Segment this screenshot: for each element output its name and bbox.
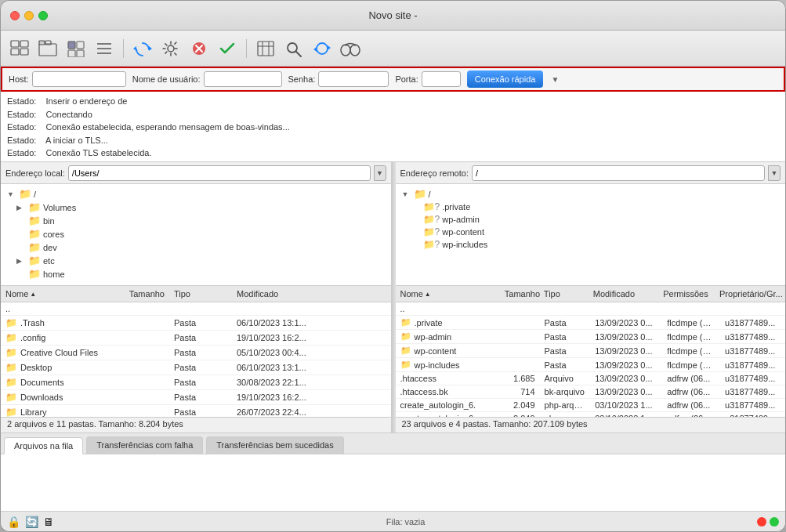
tree-item-etc[interactable]: ▶ 📁 etc bbox=[1, 254, 391, 267]
tree-item-cores[interactable]: 📁 cores bbox=[1, 227, 391, 241]
confirm-icon[interactable] bbox=[215, 36, 240, 61]
local-address-input[interactable] bbox=[68, 165, 371, 181]
tree-item-bin[interactable]: 📁 bin bbox=[1, 214, 391, 227]
file-owner: u31877489... bbox=[720, 373, 785, 384]
traffic-lights bbox=[10, 11, 48, 20]
bottom-status-bar: 🔒 🔄 🖥 Fila: vazia bbox=[1, 511, 785, 531]
quickconnect-button[interactable]: Conexão rápida bbox=[467, 71, 544, 88]
file-perms: adfrw (06... bbox=[662, 400, 720, 411]
local-file-row[interactable]: 📁Documents Pasta 30/08/2023 22:1... bbox=[1, 375, 391, 390]
local-file-row[interactable]: 📁Downloads Pasta 19/10/2023 16:2... bbox=[1, 390, 391, 405]
col-header-modified[interactable]: Modificado bbox=[232, 288, 326, 300]
search-icon[interactable] bbox=[281, 36, 306, 61]
log-line-3: Estado: Conexão estabelecida, esperando … bbox=[7, 121, 779, 134]
close-button[interactable] bbox=[10, 11, 20, 20]
cancel-transfer-icon[interactable] bbox=[187, 36, 212, 61]
sort-arrow-icon: ▲ bbox=[30, 291, 36, 298]
remote-file-row[interactable]: .htaccess 1.685 Arquivo 13/09/2023 0... … bbox=[396, 372, 786, 385]
file-type: bk-arquivo bbox=[540, 386, 591, 397]
queue-content bbox=[1, 454, 785, 511]
tab-failed[interactable]: Transferências com falha bbox=[86, 436, 203, 454]
remote-address-input[interactable] bbox=[472, 165, 765, 181]
file-name: 📁.config bbox=[1, 331, 122, 344]
remote-file-row[interactable]: 📁wp-content Pasta 13/09/2023 0... flcdmp… bbox=[396, 344, 786, 358]
minimize-button[interactable] bbox=[24, 11, 34, 20]
quickconnect-dropdown-icon[interactable]: ▼ bbox=[549, 75, 560, 84]
remote-tree-item-wpcontent[interactable]: 📁? wp-content bbox=[396, 226, 786, 238]
remote-file-row[interactable]: 📁.private Pasta 13/09/2023 0... flcdmpe … bbox=[396, 316, 786, 330]
view-icon[interactable] bbox=[63, 36, 89, 61]
remote-file-row[interactable]: 📁wp-includes Pasta 13/09/2023 0... flcdm… bbox=[396, 358, 786, 372]
local-file-row[interactable]: 📁Library Pasta 26/07/2023 22:4... bbox=[1, 405, 391, 417]
col-header-owner[interactable]: Proprietário/Gr... bbox=[715, 288, 785, 300]
user-input[interactable] bbox=[204, 71, 282, 87]
pass-input[interactable] bbox=[318, 71, 389, 87]
file-type: Pasta bbox=[169, 392, 232, 403]
remote-tree-item-private[interactable]: 📁? .private bbox=[396, 201, 786, 213]
svg-rect-2 bbox=[11, 49, 19, 55]
question-folder-icon: 📁? bbox=[423, 201, 440, 212]
tab-queue[interactable]: Arquivos na fila bbox=[4, 437, 83, 454]
folder-icon: 📁 bbox=[28, 201, 41, 213]
tree-item-root[interactable]: ▼ 📁 / bbox=[1, 187, 391, 201]
svg-line-25 bbox=[296, 51, 302, 56]
col-header-name[interactable]: Nome ▲ bbox=[396, 288, 500, 300]
col-header-size[interactable]: Tamanho bbox=[500, 288, 539, 300]
tree-label: etc bbox=[43, 256, 55, 266]
reload-icon[interactable] bbox=[310, 36, 335, 61]
queue-icon[interactable] bbox=[92, 36, 117, 61]
site-manager-icon[interactable] bbox=[7, 36, 32, 61]
port-input[interactable] bbox=[422, 71, 461, 87]
file-perms bbox=[662, 308, 720, 309]
local-file-row[interactable]: 📁Desktop Pasta 06/10/2023 13:1... bbox=[1, 360, 391, 375]
remote-file-row[interactable]: 📁wp-admin Pasta 13/09/2023 0... flcdmpe … bbox=[396, 330, 786, 344]
remote-address-dropdown[interactable]: ▼ bbox=[768, 165, 781, 181]
col-header-type[interactable]: Tipo bbox=[169, 288, 232, 300]
tree-item-volumes[interactable]: ▶ 📁 Volumes bbox=[1, 201, 391, 214]
remote-file-row[interactable]: create_autologin_6. 2.049 php-arqu... 03… bbox=[396, 399, 786, 412]
col-header-name[interactable]: Nome ▲ bbox=[1, 288, 122, 300]
tab-success[interactable]: Transferências bem sucedidas bbox=[206, 436, 343, 454]
tree-label: / bbox=[34, 190, 36, 199]
error-indicator bbox=[757, 517, 766, 527]
remote-panel: Endereço remoto: ▼ ▼ 📁 / 📁? .private bbox=[396, 162, 786, 432]
file-type: Pasta bbox=[169, 377, 232, 388]
file-perms: flcdmpe (… bbox=[662, 331, 720, 342]
local-address-bar: Endereço local: ▼ bbox=[1, 162, 391, 184]
host-input[interactable] bbox=[32, 71, 126, 87]
local-file-row[interactable]: 📁Creative Cloud Files Pasta 05/10/2023 0… bbox=[1, 346, 391, 360]
settings-icon[interactable] bbox=[158, 36, 183, 61]
columns-icon[interactable] bbox=[253, 36, 278, 61]
tree-item-home[interactable]: 📁 home bbox=[1, 267, 391, 280]
file-size: 2.049 bbox=[503, 400, 540, 411]
tree-item-dev[interactable]: 📁 dev bbox=[1, 241, 391, 254]
tree-toggle: ▼ bbox=[402, 190, 411, 198]
file-type bbox=[169, 308, 232, 309]
local-address-dropdown[interactable]: ▼ bbox=[374, 165, 386, 181]
local-file-row[interactable]: .. bbox=[1, 302, 391, 316]
file-name: 📁Downloads bbox=[1, 391, 122, 404]
folder-icon: 📁 bbox=[28, 228, 41, 240]
remote-file-row[interactable]: .htaccess.bk 714 bk-arquivo 13/09/2023 0… bbox=[396, 385, 786, 399]
file-type: php-arqu... bbox=[540, 400, 591, 411]
svg-rect-3 bbox=[20, 49, 28, 55]
file-name: 📁wp-includes bbox=[396, 359, 503, 371]
server-tabs-icon[interactable] bbox=[35, 36, 60, 61]
local-file-row[interactable]: 📁.Trash Pasta 06/10/2023 13:1... bbox=[1, 316, 391, 331]
remote-file-row[interactable]: .. bbox=[396, 302, 786, 316]
maximize-button[interactable] bbox=[38, 11, 48, 20]
refresh-icon[interactable] bbox=[130, 36, 155, 61]
col-header-modified[interactable]: Modificado bbox=[589, 288, 658, 300]
col-header-type[interactable]: Tipo bbox=[539, 288, 589, 300]
tree-label: / bbox=[429, 190, 431, 199]
local-file-row[interactable]: 📁.config Pasta 19/10/2023 16:2... bbox=[1, 331, 391, 346]
remote-tree-item-root[interactable]: ▼ 📁 / bbox=[396, 187, 786, 201]
col-header-size[interactable]: Tamanho bbox=[122, 288, 169, 300]
binoculars-icon[interactable] bbox=[338, 36, 363, 61]
success-indicator bbox=[770, 517, 779, 527]
remote-tree-item-wpincludes[interactable]: 📁? wp-includes bbox=[396, 238, 786, 251]
col-header-perms[interactable]: Permissões bbox=[658, 288, 715, 300]
tree-toggle: ▶ bbox=[16, 257, 26, 265]
file-name: 📁wp-content bbox=[396, 345, 503, 356]
remote-tree-item-wpadmin[interactable]: 📁? wp-admin bbox=[396, 213, 786, 226]
